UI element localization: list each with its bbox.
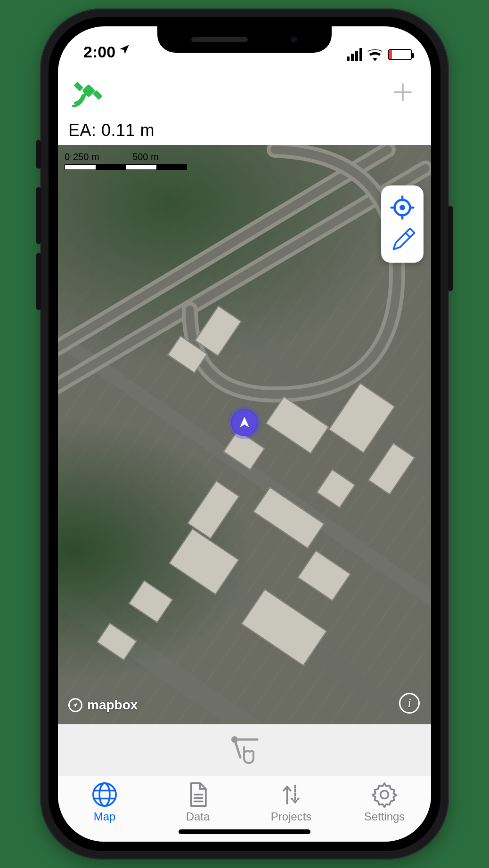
svg-point-6 [93,783,116,806]
current-location-marker [231,409,258,436]
tab-data-label: Data [186,810,210,823]
tab-projects[interactable]: Projects [244,781,338,823]
tab-map[interactable]: Map [58,781,151,823]
tab-map-label: Map [94,810,116,823]
tab-settings-label: Settings [364,810,405,823]
scale-bar: 0 250 m 500 m [65,152,192,170]
scale-tick-0: 0 [65,152,73,162]
location-services-icon [118,43,130,59]
locate-button[interactable] [386,191,419,224]
app-bar [58,64,431,121]
status-time: 2:00 [83,43,115,61]
map-canvas[interactable]: 0 250 m 500 m [58,145,431,724]
gps-satellite-icon[interactable] [71,74,105,110]
cellular-signal-icon [347,48,362,61]
tab-data[interactable]: Data [151,781,244,823]
home-indicator[interactable] [179,829,310,834]
capture-gesture-icon[interactable] [224,733,265,768]
wifi-icon [367,48,383,61]
scale-tick-1: 250 m [73,152,132,162]
battery-low-icon [388,49,412,60]
tab-settings[interactable]: Settings [338,781,431,823]
notch [157,26,332,53]
svg-point-4 [399,205,405,210]
mapbox-logo-icon [68,698,82,712]
map-tools-panel [381,185,424,263]
add-button[interactable] [388,77,418,107]
sync-arrows-icon [277,781,305,808]
map-info-button[interactable]: i [399,693,420,714]
tab-projects-label: Projects [271,810,312,823]
accuracy-label: EA: 0.11 m [58,121,431,145]
pencil-icon [389,227,416,254]
globe-icon [91,781,118,808]
draw-button[interactable] [386,224,419,257]
svg-point-8 [381,791,389,799]
crosshair-icon [389,194,416,221]
scale-tick-2: 500 m [132,152,192,162]
document-icon [184,781,212,808]
phone-frame: 2:00 [40,8,449,860]
map-attribution-label: mapbox [87,698,138,713]
gear-icon [371,781,398,808]
svg-rect-1 [73,82,83,92]
svg-point-7 [99,783,110,806]
quick-capture-bar [58,724,431,776]
map-attribution[interactable]: mapbox [68,698,138,713]
screen: 2:00 [58,26,431,842]
